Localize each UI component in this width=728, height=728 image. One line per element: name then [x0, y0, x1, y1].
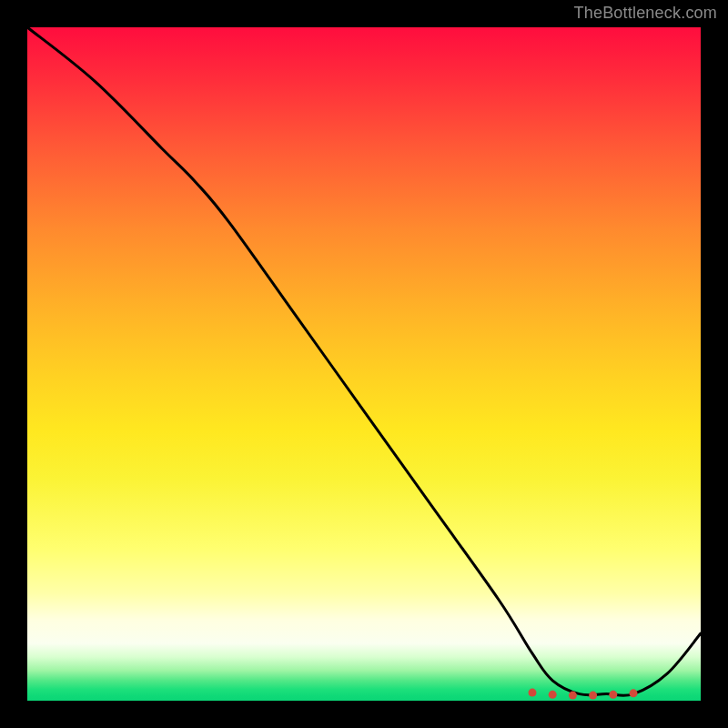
optimum-marker	[630, 689, 638, 697]
optimum-marker	[549, 691, 557, 699]
chart-container: TheBottleneck.com	[0, 0, 728, 728]
plot-area	[27, 27, 701, 701]
optimum-marker	[529, 689, 537, 697]
curve-svg	[27, 27, 701, 701]
attribution-text: TheBottleneck.com	[574, 4, 717, 23]
optimum-marker	[569, 692, 577, 700]
optimum-marker	[589, 692, 597, 700]
bottleneck-curve	[27, 27, 701, 695]
optimum-marker	[609, 691, 617, 699]
